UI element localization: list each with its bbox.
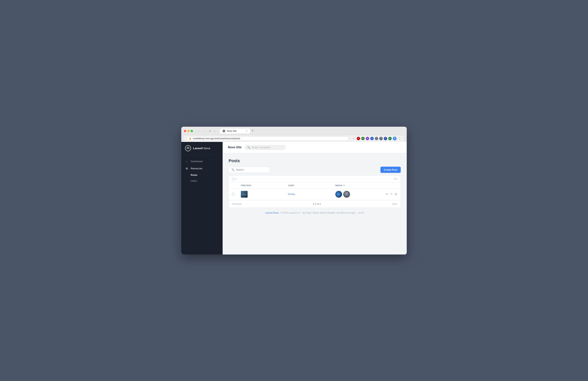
forward-button[interactable]: → xyxy=(202,129,207,133)
new-tab-button[interactable]: + xyxy=(250,129,255,133)
traffic-lights xyxy=(184,130,193,132)
adblock-icon[interactable]: A xyxy=(357,137,360,140)
column-headers: PREVIEW USER MEDIA ⇅ xyxy=(229,182,400,189)
browser-controls: ← → ↺ ⌂ N Nova Site ✕ + xyxy=(184,129,404,133)
tab-favicon: N xyxy=(223,130,225,132)
footer-copyright: © 2020 Laravel LLC - By Taylor Otwell, D… xyxy=(280,211,356,214)
sidebar-item-dashboard[interactable]: ⌂ Dashboard xyxy=(181,158,223,165)
ext-icon-3[interactable]: □ xyxy=(375,137,378,140)
tab-close-icon[interactable]: ✕ xyxy=(246,130,247,132)
select-dropdown-icon[interactable]: ▾ xyxy=(235,178,236,180)
sidebar: Laravel Nova ⌂ Dashboard ⊞ Resources Pos… xyxy=(181,142,223,254)
col-header-actions-spacer xyxy=(382,184,398,187)
tab-title: Nova Site xyxy=(227,130,236,132)
footer-link[interactable]: Laravel Nova xyxy=(265,211,279,214)
sidebar-item-posts-label: Posts xyxy=(191,174,197,176)
home-button[interactable]: ⌂ xyxy=(213,129,216,133)
sidebar-item-resources[interactable]: ⊞ Resources xyxy=(181,165,223,172)
footer-separator: · xyxy=(279,211,280,214)
footer-version: v2.9.3 xyxy=(358,211,364,214)
svg-point-0 xyxy=(188,148,189,149)
header-search-box[interactable]: 🔍 Press / to search xyxy=(245,145,286,150)
ext-icon-5[interactable]: 🛡 xyxy=(384,137,387,140)
table-card: ▾ ▽ ▾ PREVIEW xyxy=(229,175,401,208)
row-checkbox[interactable] xyxy=(232,193,235,196)
media-image-2 xyxy=(343,191,350,198)
table-toolbar: 🔍 Create Post xyxy=(229,167,401,173)
sidebar-item-posts[interactable]: Posts xyxy=(181,172,223,178)
sidebar-subitems: Posts Users xyxy=(181,172,223,184)
col-header-checkbox-spacer xyxy=(232,184,241,187)
ext-icon-6[interactable]: G xyxy=(388,137,392,140)
browser-tabs: N Nova Site ✕ + xyxy=(220,129,255,133)
back-button[interactable]: ← xyxy=(197,129,201,133)
menu-icon[interactable]: ⋮ xyxy=(398,137,401,140)
sidebar-nav: ⌂ Dashboard ⊞ Resources Posts Users xyxy=(181,155,223,254)
sidebar-item-users[interactable]: Users xyxy=(181,178,223,184)
table-header-row: ▾ ▽ ▾ xyxy=(229,176,400,182)
preview-thumbnail xyxy=(241,191,248,198)
col-header-media: MEDIA ⇅ xyxy=(335,184,382,187)
media-sort-icon[interactable]: ⇅ xyxy=(343,184,345,186)
app-container: Laravel Nova ⌂ Dashboard ⊞ Resources Pos… xyxy=(181,142,407,254)
browser-addressbar: 🔒 medialibrary-test-app.test/nova/resour… xyxy=(184,135,404,142)
row-checkbox-area xyxy=(232,193,241,196)
footer: Laravel Nova · © 2020 Laravel LLC - By T… xyxy=(229,208,401,218)
user-avatar[interactable]: D xyxy=(393,137,397,140)
view-icon[interactable]: 👁 xyxy=(386,192,388,196)
browser-extensions: ☆ A G ⚡ D □ ⓘ 🛡 G D ⋮ xyxy=(352,137,401,140)
row-preview xyxy=(241,191,288,198)
address-text: medialibrary-test-app.test/nova/resource… xyxy=(193,137,346,140)
page-title: Posts xyxy=(229,158,401,163)
sidebar-item-dashboard-label: Dashboard xyxy=(191,160,203,163)
table-row: Dmitry 👁 ✎ xyxy=(229,189,400,200)
media-thumbnail-2 xyxy=(343,191,350,198)
col-header-preview: PREVIEW xyxy=(241,184,288,187)
ext-icon-4[interactable]: ⓘ xyxy=(379,137,383,140)
pagination-info: 1-1 of 1 xyxy=(313,203,321,205)
close-button[interactable] xyxy=(184,130,186,132)
search-input[interactable] xyxy=(236,168,267,171)
row-media xyxy=(335,191,382,198)
media-thumbnail-1 xyxy=(335,191,342,198)
logo-text: Laravel Nova xyxy=(193,147,210,150)
minimize-button[interactable] xyxy=(187,130,189,132)
main-wrapper: Nova Site 🔍 Press / to search Posts 🔍 xyxy=(223,142,407,254)
edit-icon[interactable]: ✎ xyxy=(390,192,393,196)
delete-icon[interactable]: 🗑 xyxy=(395,192,398,196)
pagination-row: Previous 1-1 of 1 Next xyxy=(229,200,400,208)
address-bar[interactable]: 🔒 medialibrary-test-app.test/nova/resour… xyxy=(187,136,349,141)
ext-icon-1[interactable]: ⚡ xyxy=(366,137,369,140)
ext-icon-2[interactable]: D xyxy=(370,137,374,140)
browser-titlebar: ← → ↺ ⌂ N Nova Site ✕ + 🔒 medialibrary-t… xyxy=(181,127,407,142)
pagination-next-button[interactable]: Next xyxy=(392,203,397,205)
row-user[interactable]: Dmitry xyxy=(288,193,335,196)
pagination-prev-button[interactable]: Previous xyxy=(232,203,242,205)
sidebar-item-users-label: Users xyxy=(191,179,197,182)
app-header: Nova Site 🔍 Press / to search xyxy=(223,142,407,153)
browser-tab[interactable]: N Nova Site ✕ xyxy=(220,129,250,133)
logo-icon xyxy=(185,145,191,151)
maximize-button[interactable] xyxy=(191,130,193,132)
search-box-icon: 🔍 xyxy=(231,168,234,171)
laravel-nova-logo xyxy=(186,147,190,150)
grid-icon: ⊞ xyxy=(185,167,189,170)
select-all-area: ▾ xyxy=(232,178,236,180)
filter-area[interactable]: ▽ ▾ xyxy=(394,178,398,180)
col-header-user-label: USER xyxy=(288,184,294,187)
sidebar-item-resources-label: Resources xyxy=(191,167,202,170)
bookmark-icon[interactable]: ☆ xyxy=(352,137,356,140)
col-header-user: USER xyxy=(288,184,335,187)
preview-image xyxy=(241,191,248,198)
media-image-1 xyxy=(335,191,342,198)
sidebar-logo: Laravel Nova xyxy=(181,142,223,155)
filter-icon: ▽ xyxy=(394,178,396,180)
row-actions: 👁 ✎ 🗑 xyxy=(382,192,398,196)
create-post-button[interactable]: Create Post xyxy=(380,167,401,173)
posts-search-box[interactable]: 🔍 xyxy=(229,167,270,173)
select-all-checkbox[interactable] xyxy=(232,178,235,180)
grammarly-icon[interactable]: G xyxy=(361,137,365,140)
refresh-button[interactable]: ↺ xyxy=(208,129,212,133)
main-content: Posts 🔍 Create Post xyxy=(223,153,407,254)
browser-window: ← → ↺ ⌂ N Nova Site ✕ + 🔒 medialibrary-t… xyxy=(181,127,407,254)
